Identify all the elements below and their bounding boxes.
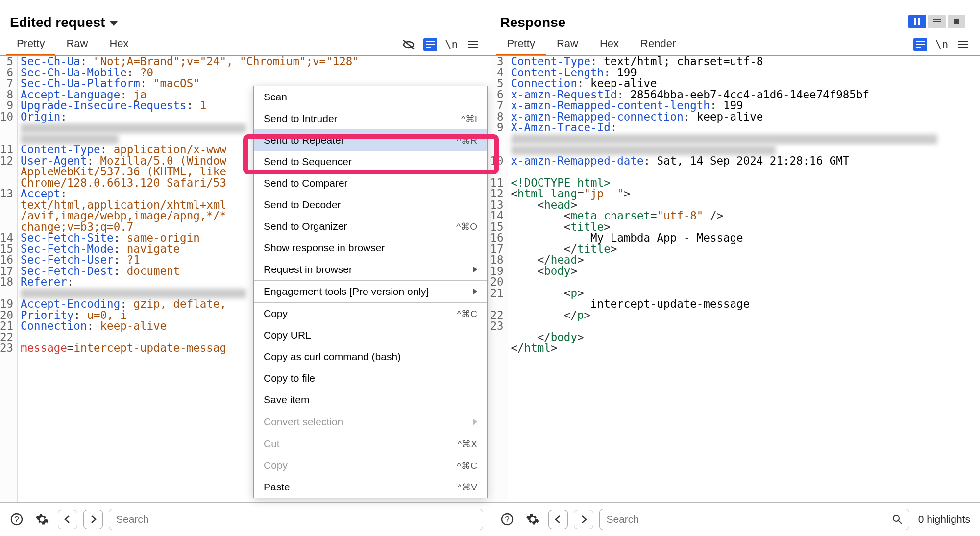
menu-item[interactable]: Scan bbox=[254, 86, 487, 108]
line-number: 15 bbox=[490, 221, 504, 233]
newline-icon[interactable]: \n bbox=[445, 38, 459, 51]
chevron-right-icon bbox=[473, 266, 477, 273]
help-icon[interactable]: ? bbox=[7, 510, 26, 529]
request-search bbox=[109, 509, 483, 530]
prev-button[interactable] bbox=[58, 510, 77, 529]
menu-item[interactable]: Copy as curl command (bash) bbox=[254, 346, 487, 367]
gear-icon[interactable] bbox=[32, 510, 52, 529]
code-line: x-amzn-Remapped-connection: keep-alive bbox=[511, 111, 937, 122]
tab-hex[interactable]: Hex bbox=[589, 33, 630, 55]
line-number bbox=[0, 221, 13, 233]
menu-item[interactable]: Engagement tools [Pro version only] bbox=[254, 281, 487, 302]
newline-icon[interactable]: \n bbox=[935, 38, 949, 51]
response-title-row: Response bbox=[490, 7, 980, 33]
menu-shortcut: ^⌘V bbox=[457, 482, 477, 493]
menu-item[interactable]: Send to Organizer^⌘O bbox=[254, 216, 487, 237]
line-number: 22 bbox=[490, 310, 504, 321]
svg-rect-7 bbox=[426, 41, 435, 42]
help-icon[interactable]: ? bbox=[497, 510, 517, 529]
menu-shortcut: ^⌘X bbox=[457, 439, 477, 450]
line-number: 6 bbox=[0, 67, 13, 78]
code-line: My Lambda App - Message bbox=[511, 232, 937, 244]
menu-item[interactable]: Paste^⌘V bbox=[254, 476, 487, 498]
line-number: 13 bbox=[0, 188, 13, 199]
line-number: 20 bbox=[490, 276, 504, 288]
menu-item[interactable]: Save item bbox=[254, 389, 487, 411]
line-number bbox=[0, 166, 13, 177]
code-line: Sec-Ch-Ua: "Not;A=Brand";v="24", "Chromi… bbox=[21, 56, 359, 67]
chevron-right-icon bbox=[473, 288, 477, 295]
tab-pretty[interactable]: Pretty bbox=[6, 33, 55, 55]
line-number: 23 bbox=[0, 342, 13, 354]
line-number: 14 bbox=[490, 210, 504, 221]
menu-item-label: Cut bbox=[264, 438, 280, 450]
code-line: <meta charset="utf-8" /> bbox=[511, 210, 937, 221]
menu-item-label: Send to Intruder bbox=[264, 113, 338, 124]
menu-item[interactable]: Copy to file bbox=[254, 367, 487, 389]
line-number: 10 bbox=[490, 155, 504, 167]
code-line: x-amzn-Remapped-content-length: 199 bbox=[511, 100, 937, 111]
menu-shortcut: ^⌘O bbox=[456, 221, 477, 232]
menu-item[interactable]: Show response in browser bbox=[254, 237, 487, 259]
menu-item-label: Show response in browser bbox=[264, 242, 385, 254]
tab-render[interactable]: Render bbox=[630, 33, 686, 55]
code-line: </p> bbox=[511, 310, 937, 321]
redacted bbox=[21, 123, 246, 133]
response-tabs: Pretty Raw Hex Render \n bbox=[490, 33, 980, 56]
code-line: </head> bbox=[511, 254, 937, 266]
wrap-icon[interactable] bbox=[423, 38, 437, 51]
search-input[interactable] bbox=[116, 513, 476, 525]
search-icon[interactable] bbox=[892, 514, 902, 524]
hamburger-icon[interactable] bbox=[956, 38, 970, 51]
search-input[interactable] bbox=[607, 513, 892, 525]
line-number: 8 bbox=[0, 89, 13, 100]
code-line: Content-Length: 199 bbox=[511, 67, 937, 78]
next-button[interactable] bbox=[574, 510, 593, 529]
menu-item-label: Send to Sequencer bbox=[264, 156, 352, 168]
code-line: </html> bbox=[511, 342, 937, 354]
menu-item[interactable]: Send to Sequencer bbox=[254, 151, 487, 172]
menu-item[interactable]: Send to Decoder bbox=[254, 194, 487, 216]
menu-item-label: Send to Comparer bbox=[264, 177, 348, 189]
next-button[interactable] bbox=[83, 510, 103, 529]
svg-rect-10 bbox=[468, 41, 478, 42]
menu-item[interactable]: Request in browser bbox=[254, 259, 487, 280]
gear-icon[interactable] bbox=[523, 510, 542, 529]
code-line: Connection: keep-alive bbox=[511, 78, 937, 89]
code-line: </title> bbox=[511, 244, 937, 255]
highlights-count: 0 highlights bbox=[915, 513, 973, 525]
menu-item-label: Copy bbox=[264, 308, 288, 319]
menu-item[interactable]: Copy^⌘C bbox=[254, 303, 487, 324]
line-number: 9 bbox=[490, 122, 504, 133]
line-number: 11 bbox=[0, 144, 13, 155]
tab-pretty[interactable]: Pretty bbox=[496, 33, 546, 55]
line-number bbox=[0, 210, 13, 221]
line-number: 16 bbox=[0, 254, 13, 266]
chevron-down-icon[interactable] bbox=[110, 21, 118, 26]
response-code[interactable]: 34567891011121314151617181920212223 Cont… bbox=[490, 56, 980, 502]
menu-item: Copy^⌘C bbox=[254, 455, 487, 476]
code-line: <head> bbox=[511, 199, 937, 211]
svg-text:?: ? bbox=[505, 515, 509, 524]
request-title: Edited request bbox=[10, 15, 105, 30]
tab-raw[interactable]: Raw bbox=[55, 33, 98, 55]
menu-item[interactable]: Send to Intruder^⌘I bbox=[254, 108, 487, 129]
line-number: 7 bbox=[490, 100, 504, 111]
line-number: 19 bbox=[0, 298, 13, 310]
line-number: 14 bbox=[0, 232, 13, 244]
line-number: 20 bbox=[0, 310, 13, 321]
prev-button[interactable] bbox=[548, 510, 568, 529]
menu-item[interactable]: Copy URL bbox=[254, 324, 487, 346]
menu-item[interactable]: Send to Repeater^⌘R bbox=[254, 129, 487, 151]
hamburger-icon[interactable] bbox=[466, 38, 480, 51]
code-line bbox=[511, 320, 937, 332]
tab-hex[interactable]: Hex bbox=[98, 33, 139, 55]
request-tabs: Pretty Raw Hex \n bbox=[0, 33, 490, 56]
menu-item[interactable]: Send to Comparer bbox=[254, 172, 487, 194]
code-line: <title> bbox=[511, 221, 937, 233]
wrap-icon[interactable] bbox=[913, 38, 927, 51]
visibility-off-icon[interactable] bbox=[402, 38, 416, 51]
request-title-row: Edited request bbox=[0, 7, 490, 33]
tab-raw[interactable]: Raw bbox=[546, 33, 589, 55]
menu-item-label: Send to Repeater bbox=[264, 134, 344, 146]
